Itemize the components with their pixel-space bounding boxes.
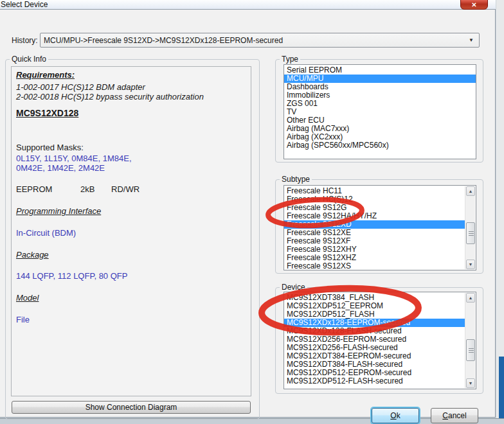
type-listbox[interactable]: Serial EEPROMMCU/MPUDashboardsImmobilize… xyxy=(284,64,476,159)
model-heading: Model xyxy=(16,293,39,303)
programming-interface-value: In-Circuit (BDM) xyxy=(16,228,76,238)
scroll-down-icon[interactable]: ▼ xyxy=(466,260,475,269)
package-heading: Package xyxy=(16,250,49,260)
requirement-line: 2-002-0018 HC(S)12 bypass security autho… xyxy=(16,92,204,102)
list-item[interactable]: Freescale 9S12XS xyxy=(284,262,465,270)
list-item[interactable]: ZGS 001 xyxy=(284,100,476,108)
type-group-label: Type xyxy=(280,55,300,64)
close-button[interactable]: ✕ xyxy=(460,0,488,10)
window-title: Select Device xyxy=(1,0,48,9)
cancel-button-label: Cancel xyxy=(431,409,478,423)
quick-info-group-label: Quick Info xyxy=(10,55,48,64)
ok-button[interactable]: Ok xyxy=(372,408,419,423)
subtype-listbox[interactable]: ▲ ▼ Freescale HC11Freescale HC(S)12Frees… xyxy=(284,185,476,270)
requirement-line: 1-002-0017 HC(S)12 BDM adapter xyxy=(16,82,145,92)
history-combobox[interactable]: MCU/MPU->Freescale 9S12XD->MC9S12XDx128-… xyxy=(40,33,480,48)
titlebar: Select Device ✕ xyxy=(0,0,496,9)
device-listbox[interactable]: ▲ ▼ MC9S12XDT384_FLASHMC9S12XDP512_EEPRO… xyxy=(284,292,476,389)
ok-button-label: Ok xyxy=(372,409,419,423)
memory-access: RD/WR xyxy=(111,184,140,194)
memory-row: EEPROM 2kB RD/WR xyxy=(16,184,209,194)
subtype-group: Subtype ▲ ▼ Freescale HC11Freescale HC(S… xyxy=(275,179,483,274)
device-name: MC9S12XD128 xyxy=(16,108,78,118)
device-scrollbar[interactable]: ▲ ▼ xyxy=(465,293,475,388)
package-value: 144 LQFP, 112 LQFP, 80 QFP xyxy=(16,271,127,281)
cancel-button[interactable]: Cancel xyxy=(431,408,478,423)
dialog-client-area: History: MCU/MPU->Freescale 9S12XD->MC9S… xyxy=(0,9,496,418)
history-label: History: xyxy=(12,36,38,45)
list-item[interactable]: Airbag (SPC560xx/MPC560x) xyxy=(284,141,476,150)
quick-info-group: Quick Info Requirements: 1-002-0017 HC(S… xyxy=(5,59,260,420)
subtype-group-label: Subtype xyxy=(280,175,312,184)
memory-type: EEPROM xyxy=(16,184,52,194)
quick-info-panel: Requirements: 1-002-0017 HC(S)12 BDM ada… xyxy=(11,66,251,396)
select-device-dialog: Select Device ✕ History: MCU/MPU->Freesc… xyxy=(0,0,504,424)
supported-masks-label: Supported Masks: xyxy=(16,143,84,152)
masks-line: 0M42E, 1M42E, 2M42E xyxy=(16,163,105,173)
thumb-grip-icon xyxy=(469,231,474,236)
scroll-up-icon[interactable]: ▲ xyxy=(466,293,475,303)
history-value: MCU/MPU->Freescale 9S12XD->MC9S12XDx128-… xyxy=(44,36,283,45)
show-connection-diagram-button[interactable]: Show Connection Diagram xyxy=(12,401,251,414)
programming-interface-heading: Programming Interface xyxy=(16,206,101,216)
masks-line: 0L15Y, 1L15Y, 0M84E, 1M84E, xyxy=(16,154,132,163)
file-link[interactable]: File xyxy=(16,315,30,324)
chevron-down-icon: ▼ xyxy=(469,37,474,43)
scrollbar-thumb[interactable] xyxy=(466,339,475,361)
scroll-down-icon[interactable]: ▼ xyxy=(466,378,475,388)
close-icon: ✕ xyxy=(471,1,476,8)
memory-size: 2kB xyxy=(80,184,94,194)
scroll-up-icon[interactable]: ▲ xyxy=(466,186,475,196)
type-group: Type Serial EEPROMMCU/MPUDashboardsImmob… xyxy=(275,59,483,163)
list-item[interactable]: MC9S12XDP512-FLASH-secured xyxy=(284,377,465,385)
device-group-label: Device xyxy=(280,283,307,292)
subtype-scrollbar[interactable]: ▲ ▼ xyxy=(465,186,475,269)
requirements-heading: Requirements: xyxy=(16,70,75,80)
background-window-border xyxy=(499,357,504,421)
scrollbar-thumb[interactable] xyxy=(466,222,475,244)
device-group: Device ▲ ▼ MC9S12XDT384_FLASHMC9S12XDP51… xyxy=(275,287,483,394)
thumb-grip-icon xyxy=(469,348,474,353)
